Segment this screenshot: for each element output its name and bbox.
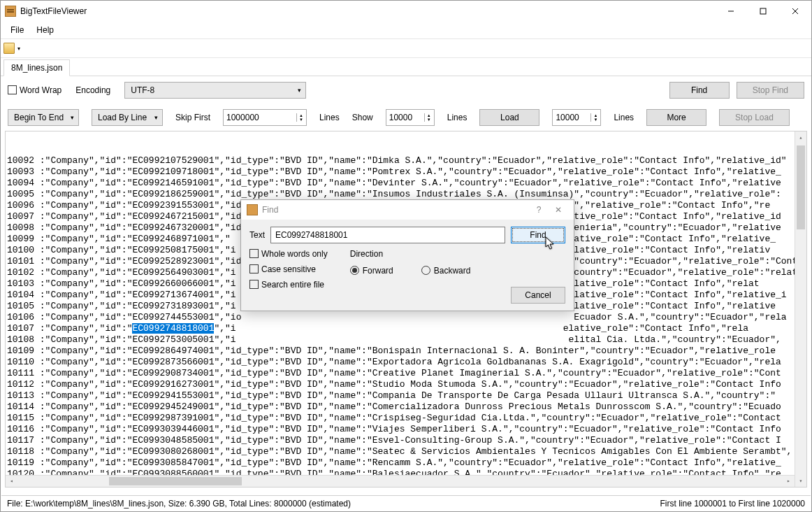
svg-rect-1 bbox=[760, 8, 766, 14]
more-input[interactable]: ▲▼ bbox=[552, 109, 601, 126]
find-text-input[interactable] bbox=[270, 227, 505, 243]
text-line: 10094 :"Company","id":"EC0992146591001",… bbox=[7, 178, 805, 189]
skipfirst-label: Skip First bbox=[175, 113, 210, 122]
text-line: 10107 :"Company","id":"EC0992748818001",… bbox=[7, 323, 805, 334]
search-entire-checkbox[interactable]: Search entire file bbox=[249, 280, 328, 290]
stop-find-button: Stop Find bbox=[737, 82, 804, 99]
text-line: 10112 :"Company","id":"EC0992916273001",… bbox=[7, 379, 805, 390]
wordwrap-checkbox[interactable]: Word Wrap bbox=[8, 85, 61, 95]
minimize-button[interactable] bbox=[715, 1, 747, 22]
options-row: Word Wrap Encoding UTF-8 ▾ Find Stop Fin… bbox=[1, 76, 811, 104]
forward-radio[interactable]: Forward bbox=[350, 266, 393, 276]
tab-row: 8M_lines.json bbox=[1, 58, 811, 76]
find-button[interactable]: Find bbox=[669, 82, 730, 99]
lines-label-2: Lines bbox=[447, 113, 467, 122]
close-button[interactable] bbox=[779, 1, 811, 22]
encoding-select[interactable]: UTF-8 ▾ bbox=[124, 82, 306, 99]
text-label: Text bbox=[249, 230, 270, 240]
menu-file[interactable]: File bbox=[5, 23, 29, 37]
text-line: 10115 :"Company","id":"EC0992987391001",… bbox=[7, 413, 805, 424]
horizontal-scrollbar[interactable]: ◂▸ bbox=[6, 475, 795, 487]
whole-words-checkbox[interactable]: Whole words only bbox=[249, 249, 328, 259]
text-line: 10109 :"Company","id":"EC0992864974001",… bbox=[7, 346, 805, 357]
load-row: Begin To End▾ Load By Line▾ Skip First ▲… bbox=[1, 104, 811, 131]
open-dropdown[interactable]: ▾ bbox=[15, 45, 23, 52]
text-line: 10093 :"Company","id":"EC0992109718001",… bbox=[7, 166, 805, 178]
text-line: 10119 :"Company","id":"EC0993085847001",… bbox=[7, 457, 805, 469]
text-line: 10095 :"Company","id":"EC0992186259001",… bbox=[7, 189, 805, 200]
dialog-titlebar[interactable]: Find ? ✕ bbox=[241, 200, 574, 220]
status-left: File: E:\work\temp\8M_lines\8M_lines.jso… bbox=[7, 499, 351, 509]
find-dialog: Find ? ✕ Text Find Whole words only Case… bbox=[240, 199, 574, 311]
text-line: 10117 :"Company","id":"EC0993048585001",… bbox=[7, 435, 805, 446]
dialog-cancel-button[interactable]: Cancel bbox=[511, 287, 565, 304]
text-line: 10114 :"Company","id":"EC0992945249001",… bbox=[7, 401, 805, 413]
lines-label-3: Lines bbox=[614, 113, 634, 122]
text-line: 10092 :"Company","id":"EC0992107529001",… bbox=[7, 155, 805, 166]
direction-label: Direction bbox=[350, 249, 471, 259]
mode-select[interactable]: Begin To End▾ bbox=[8, 109, 79, 126]
text-line: 10106 :"Company","id":"EC0992744553001",… bbox=[7, 312, 805, 323]
maximize-button[interactable] bbox=[747, 1, 779, 22]
dialog-help-button[interactable]: ? bbox=[529, 205, 549, 215]
show-input[interactable]: ▲▼ bbox=[386, 109, 435, 126]
file-tab[interactable]: 8M_lines.json bbox=[3, 59, 70, 76]
backward-radio[interactable]: Backward bbox=[421, 266, 471, 276]
dialog-icon bbox=[247, 204, 258, 215]
app-icon bbox=[5, 6, 16, 17]
stop-load-button: Stop Load bbox=[719, 109, 790, 126]
skipfirst-input[interactable]: ▲▼ bbox=[223, 109, 307, 126]
menubar: File Help bbox=[1, 22, 811, 38]
chevron-down-icon: ▾ bbox=[298, 87, 301, 94]
vertical-scrollbar[interactable]: ▴▾ bbox=[795, 131, 806, 487]
menu-help[interactable]: Help bbox=[31, 23, 59, 37]
statusbar: File: E:\work\temp\8M_lines\8M_lines.jso… bbox=[1, 495, 811, 511]
more-button[interactable]: More bbox=[646, 109, 706, 126]
dialog-find-button[interactable]: Find bbox=[511, 227, 565, 243]
lines-label-1: Lines bbox=[319, 113, 340, 122]
titlebar: BigTextFileViewer bbox=[1, 1, 811, 22]
case-sensitive-checkbox[interactable]: Case sensitive bbox=[249, 264, 328, 274]
dialog-close-button[interactable]: ✕ bbox=[549, 205, 568, 215]
text-line: 10116 :"Company","id":"EC0993039446001",… bbox=[7, 424, 805, 435]
window-title: BigTextFileViewer bbox=[20, 6, 87, 16]
load-button[interactable]: Load bbox=[479, 109, 539, 126]
text-line: 10111 :"Company","id":"EC0992908734001",… bbox=[7, 368, 805, 379]
text-line: 10108 :"Company","id":"EC0992753005001",… bbox=[7, 334, 805, 346]
text-line: 10110 :"Company","id":"EC0992873566001",… bbox=[7, 357, 805, 368]
dialog-title: Find bbox=[262, 205, 278, 215]
text-line: 10118 :"Company","id":"EC0993080268001",… bbox=[7, 446, 805, 457]
show-label: Show bbox=[352, 113, 373, 122]
open-folder-icon[interactable] bbox=[3, 43, 15, 54]
loadby-select[interactable]: Load By Line▾ bbox=[92, 109, 163, 126]
encoding-label: Encoding bbox=[75, 85, 110, 95]
text-line: 10113 :"Company","id":"EC0992941553001",… bbox=[7, 390, 805, 401]
status-right: First line 1000001 to First line 1020000 bbox=[660, 499, 805, 509]
toolbar: ▾ bbox=[1, 38, 811, 58]
